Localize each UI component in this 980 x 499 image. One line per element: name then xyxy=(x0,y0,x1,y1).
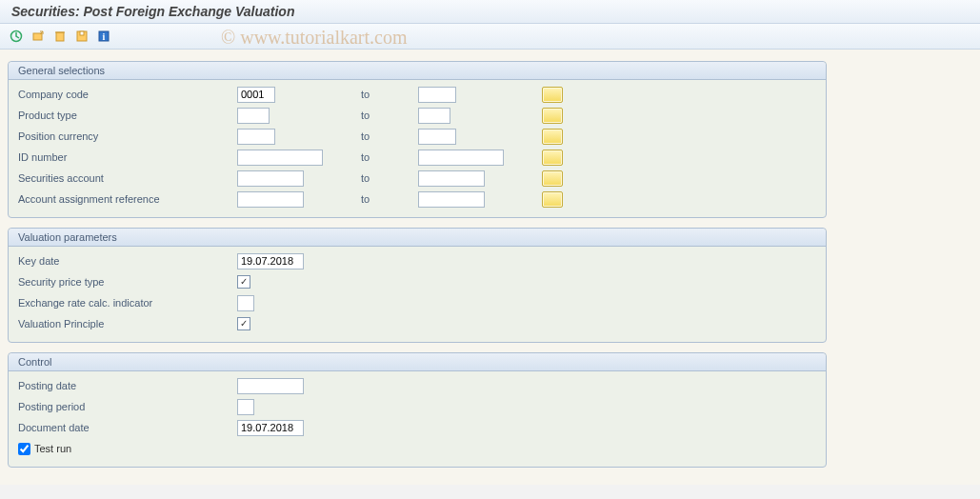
field-label: ID number xyxy=(18,151,237,163)
document-date-input[interactable] xyxy=(237,420,304,436)
multiple-selection-button[interactable] xyxy=(542,170,563,187)
document-date-label: Document date xyxy=(18,422,237,433)
posting-date-input[interactable] xyxy=(237,378,304,394)
test-run-label: Test run xyxy=(34,443,71,454)
posting-period-input[interactable] xyxy=(237,399,254,415)
test-run-checkbox[interactable] xyxy=(18,443,30,455)
multiple-selection-button[interactable] xyxy=(542,191,563,208)
to-input[interactable] xyxy=(418,87,456,103)
execute-icon xyxy=(10,30,23,43)
to-input[interactable] xyxy=(418,191,485,208)
key-date-label: Key date xyxy=(18,255,237,267)
posting-date-label: Posting date xyxy=(18,380,237,391)
folder-out-icon xyxy=(31,30,45,43)
to-input[interactable] xyxy=(418,170,485,187)
posting-period-label: Posting period xyxy=(18,401,237,412)
multiple-selection-button[interactable] xyxy=(542,150,563,166)
multiple-selection-button[interactable] xyxy=(542,87,563,103)
svg-text:i: i xyxy=(103,31,106,42)
exchange-rate-label: Exchange rate calc. indicator xyxy=(18,297,237,309)
to-input[interactable] xyxy=(418,129,456,145)
svg-rect-4 xyxy=(80,31,84,35)
to-label: to xyxy=(342,193,418,205)
group-title-general: General selections xyxy=(9,62,826,80)
multiple-selection-button[interactable] xyxy=(542,129,563,145)
field-label: Company code xyxy=(18,89,237,100)
from-input[interactable] xyxy=(237,129,275,145)
field-label: Product type xyxy=(18,110,237,121)
save-icon xyxy=(75,30,89,43)
security-price-type-label: Security price type xyxy=(18,276,237,288)
group-control: Control Posting date Posting period Docu… xyxy=(8,352,827,468)
from-input[interactable] xyxy=(237,170,304,187)
to-label: to xyxy=(342,151,418,163)
valuation-principle-label: Valuation Principle xyxy=(18,318,237,329)
toolbar: i xyxy=(0,24,980,50)
page-title: Securities: Post Foreign Exchange Valuat… xyxy=(0,0,980,24)
group-valuation-parameters: Valuation parameters Key date Security p… xyxy=(8,228,827,343)
general-row: Securities accountto xyxy=(18,168,816,189)
execute-button[interactable] xyxy=(8,28,25,45)
to-label: to xyxy=(342,89,418,100)
from-input[interactable] xyxy=(237,150,323,166)
from-input[interactable] xyxy=(237,108,270,124)
from-input[interactable] xyxy=(237,191,304,208)
multiple-selection-button[interactable] xyxy=(542,108,563,124)
group-title-control: Control xyxy=(9,353,826,371)
info-button[interactable]: i xyxy=(95,28,112,45)
security-price-type-checkbox[interactable]: ✓ xyxy=(237,275,250,289)
content-area: General selections Company codetoProduct… xyxy=(0,50,980,485)
field-label: Securities account xyxy=(18,172,237,184)
general-row: Company codeto xyxy=(18,84,816,105)
field-label: Position currency xyxy=(18,130,237,142)
group-title-valuation: Valuation parameters xyxy=(9,229,826,247)
to-label: to xyxy=(342,110,418,121)
svg-rect-2 xyxy=(56,32,64,41)
save-variant-button[interactable] xyxy=(73,28,90,45)
general-row: Account assignment referenceto xyxy=(18,189,816,210)
to-input[interactable] xyxy=(418,150,504,166)
valuation-principle-checkbox[interactable]: ✓ xyxy=(237,317,250,330)
to-label: to xyxy=(342,130,418,142)
from-input[interactable] xyxy=(237,87,275,103)
general-row: Position currencyto xyxy=(18,126,816,147)
key-date-input[interactable] xyxy=(237,253,304,269)
general-row: Product typeto xyxy=(18,105,816,126)
to-input[interactable] xyxy=(418,108,450,124)
to-label: to xyxy=(342,172,418,184)
field-label: Account assignment reference xyxy=(18,193,237,205)
get-variant-button[interactable] xyxy=(30,28,47,45)
general-row: ID numberto xyxy=(18,147,816,168)
delete-button[interactable] xyxy=(51,28,69,45)
info-icon: i xyxy=(97,30,110,43)
trash-icon xyxy=(53,30,67,43)
group-general-selections: General selections Company codetoProduct… xyxy=(8,61,827,218)
exchange-rate-input[interactable] xyxy=(237,295,254,311)
